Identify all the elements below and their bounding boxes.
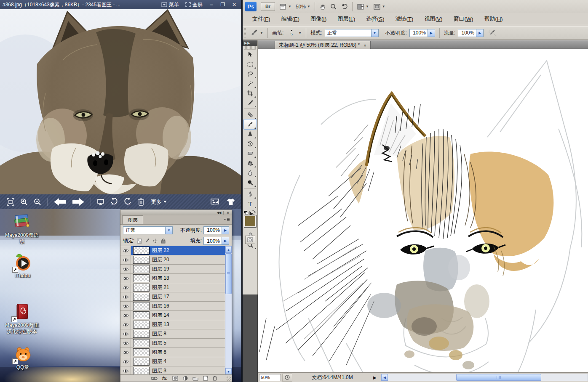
- fit-screen-button[interactable]: [4, 196, 17, 207]
- flow-input[interactable]: 100% ▶: [458, 29, 484, 37]
- screen-mode-button[interactable]: ▼: [373, 3, 385, 10]
- skin-button[interactable]: [225, 196, 237, 207]
- layer-row[interactable]: 图层 22: [120, 246, 232, 255]
- scroll-left-button[interactable]: ◀: [381, 374, 388, 381]
- scroll-up-button[interactable]: ▲: [225, 246, 232, 253]
- layer-name[interactable]: 图层 13: [152, 321, 169, 328]
- blend-mode-select[interactable]: 正常 ▼: [325, 29, 379, 37]
- tools-palette-collapse-button[interactable]: ▶▶: [243, 40, 257, 46]
- layer-name[interactable]: 图层 17: [152, 293, 169, 300]
- layer-row[interactable]: 图层 18: [120, 274, 232, 283]
- type-tool[interactable]: T: [244, 199, 257, 209]
- layer-row[interactable]: 图层 8: [120, 329, 232, 339]
- quick-selection-tool[interactable]: [244, 79, 257, 88]
- layer-thumbnail[interactable]: [133, 358, 150, 366]
- layer-name[interactable]: 图层 6: [152, 349, 166, 356]
- layer-row[interactable]: 图层 20: [120, 255, 232, 265]
- blur-tool[interactable]: [244, 168, 257, 178]
- opacity-input[interactable]: 100% ▶: [409, 29, 435, 37]
- link-layers-button[interactable]: [151, 375, 158, 381]
- desktop-icon-maya2009-bilingual[interactable]: Maya2009双语 版: [1, 212, 43, 245]
- wallpaper-button[interactable]: [208, 196, 221, 207]
- options-bar-grip[interactable]: [244, 28, 246, 37]
- scrollbar-thumb[interactable]: [456, 374, 541, 381]
- layer-thumbnail[interactable]: [133, 247, 150, 255]
- layer-visibility-toggle[interactable]: [120, 348, 131, 357]
- layer-name[interactable]: 图层 4: [152, 358, 166, 365]
- menu-v[interactable]: 视图(V): [419, 13, 448, 25]
- layer-name[interactable]: 图层 21: [152, 284, 169, 291]
- layer-thumbnail[interactable]: [133, 339, 150, 347]
- layer-thumbnail[interactable]: [133, 293, 150, 301]
- layer-thumbnail[interactable]: [133, 256, 150, 264]
- rotate-left-button[interactable]: 90°: [108, 196, 120, 207]
- menu-s[interactable]: 选择(S): [361, 13, 390, 25]
- menu-w[interactable]: 窗口(W): [448, 13, 479, 25]
- layer-name[interactable]: 图层 8: [152, 330, 166, 337]
- layer-row[interactable]: 图层 4: [120, 357, 232, 366]
- arrange-documents-button[interactable]: ▼: [357, 3, 369, 10]
- layer-row[interactable]: 图层 14: [120, 311, 232, 320]
- layer-row[interactable]: 图层 21: [120, 283, 232, 292]
- collapse-panel-icon[interactable]: ◀◀: [216, 211, 221, 215]
- layer-name[interactable]: 图层 20: [152, 256, 169, 263]
- layer-visibility-toggle[interactable]: [120, 246, 131, 255]
- layer-fill-input[interactable]: 100% ▶: [203, 237, 229, 245]
- quick-mask-button[interactable]: [245, 236, 255, 244]
- paint-bucket-tool[interactable]: [244, 158, 257, 168]
- new-adjustment-layer-button[interactable]: [183, 375, 188, 381]
- eyedropper-tool[interactable]: [244, 98, 257, 108]
- document-tab[interactable]: 未标题-1 @ 50% (图层 22, RGB/8) * ×: [275, 41, 371, 49]
- layer-thumbnail[interactable]: [133, 330, 150, 338]
- viewer-close-button[interactable]: ✕: [230, 1, 239, 8]
- rotate-view-button[interactable]: [341, 3, 348, 10]
- lock-position-button[interactable]: [152, 238, 158, 244]
- layer-row[interactable]: 图层 13: [120, 320, 232, 329]
- lock-paint-button[interactable]: [144, 238, 150, 244]
- layer-visibility-toggle[interactable]: [120, 274, 131, 283]
- next-image-button[interactable]: [69, 196, 87, 207]
- layer-name[interactable]: 图层 3: [152, 367, 166, 374]
- status-proof-button[interactable]: [282, 374, 292, 382]
- layer-visibility-toggle[interactable]: [120, 329, 131, 338]
- pen-tool[interactable]: [244, 189, 257, 199]
- hand-tool-button[interactable]: [319, 3, 326, 10]
- foreground-color-swatch[interactable]: [244, 215, 256, 227]
- history-brush-tool[interactable]: [244, 139, 257, 149]
- layer-row[interactable]: 图层 6: [120, 348, 232, 357]
- layer-thumbnail[interactable]: [133, 284, 150, 292]
- layer-row[interactable]: 图层 16: [120, 302, 232, 311]
- layer-name[interactable]: 图层 5: [152, 340, 166, 347]
- brush-preset-picker[interactable]: 5 ▼: [286, 27, 302, 38]
- zoom-tool-button[interactable]: [330, 3, 337, 10]
- layer-visibility-toggle[interactable]: [120, 265, 131, 273]
- layer-thumbnail[interactable]: [133, 265, 150, 273]
- default-and-swap-colors[interactable]: [243, 210, 258, 215]
- close-panel-icon[interactable]: ✕: [226, 211, 230, 215]
- delete-layer-button[interactable]: [213, 375, 217, 381]
- panel-menu-button[interactable]: [223, 217, 230, 222]
- layer-row[interactable]: 图层 19: [120, 265, 232, 274]
- zoom-level-control[interactable]: 50%▼: [296, 4, 310, 10]
- horizontal-scrollbar[interactable]: ◀: [381, 374, 588, 381]
- brush-tool[interactable]: [244, 119, 257, 129]
- desktop-icon-itudou[interactable]: iTudou: [2, 252, 44, 279]
- launch-bridge-button[interactable]: Br: [261, 2, 275, 11]
- layer-thumbnail[interactable]: [133, 348, 150, 356]
- tools-palette-grip[interactable]: [244, 46, 256, 50]
- layer-visibility-toggle[interactable]: [120, 283, 131, 292]
- layer-visibility-toggle[interactable]: [120, 339, 131, 348]
- lock-all-button[interactable]: [160, 238, 166, 244]
- layer-list-scrollbar[interactable]: ▲ ▼: [225, 246, 232, 375]
- airbrush-toggle[interactable]: [488, 29, 497, 37]
- burn-tool[interactable]: [244, 178, 257, 187]
- menu-t[interactable]: 滤镜(T): [390, 13, 419, 25]
- layer-visibility-toggle[interactable]: [120, 255, 131, 264]
- layer-name[interactable]: 图层 14: [152, 312, 169, 319]
- eraser-tool[interactable]: [244, 149, 257, 158]
- layer-name[interactable]: 图层 19: [152, 265, 169, 273]
- menu-f[interactable]: 文件(F): [247, 13, 276, 25]
- menu-h[interactable]: 帮助(H): [479, 13, 508, 25]
- document-canvas[interactable]: [258, 49, 588, 373]
- layer-visibility-toggle[interactable]: [120, 366, 131, 375]
